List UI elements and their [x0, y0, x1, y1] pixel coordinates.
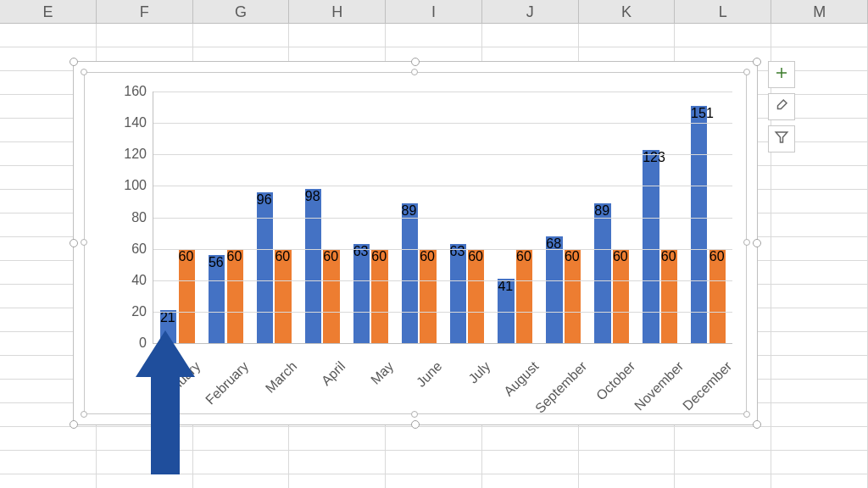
cell[interactable] — [482, 451, 579, 474]
bar[interactable]: 151 — [691, 106, 707, 343]
plot-area[interactable]: 2160January5660February9660March9860Apri… — [153, 92, 732, 344]
bar[interactable]: 60 — [227, 249, 243, 343]
cell[interactable] — [771, 166, 868, 189]
cell[interactable] — [675, 427, 771, 450]
cell[interactable] — [386, 474, 482, 488]
plot-resize-handle[interactable] — [743, 69, 750, 75]
resize-handle[interactable] — [70, 420, 78, 429]
bar[interactable]: 63 — [450, 244, 466, 343]
cell[interactable] — [579, 474, 676, 488]
y-axis-tick-label: 40 — [104, 273, 147, 288]
chart-elements-button[interactable] — [768, 61, 795, 88]
bar[interactable]: 60 — [468, 249, 484, 343]
cell[interactable] — [771, 403, 868, 426]
cell[interactable] — [771, 190, 868, 213]
cell[interactable] — [771, 237, 868, 260]
bar[interactable]: 89 — [402, 203, 418, 343]
cell[interactable] — [0, 24, 97, 47]
resize-handle[interactable] — [753, 239, 761, 247]
bar[interactable]: 60 — [709, 249, 726, 343]
column-header[interactable]: M — [771, 0, 868, 23]
cell[interactable] — [771, 285, 868, 308]
cell[interactable] — [386, 24, 482, 47]
cell[interactable] — [771, 24, 868, 47]
cell[interactable] — [193, 427, 290, 450]
cell[interactable] — [482, 474, 579, 488]
cell[interactable] — [675, 474, 771, 488]
cell[interactable] — [771, 308, 868, 331]
resize-handle[interactable] — [70, 239, 78, 247]
cell[interactable] — [771, 261, 868, 284]
chart-filters-button[interactable] — [768, 125, 795, 152]
plot-resize-handle[interactable] — [81, 411, 87, 418]
bar[interactable]: 123 — [643, 150, 659, 343]
bar[interactable]: 98 — [305, 189, 321, 343]
plot-resize-handle[interactable] — [411, 69, 418, 75]
cell[interactable] — [0, 474, 97, 488]
resize-handle[interactable] — [753, 58, 761, 66]
cell[interactable] — [289, 451, 386, 474]
bar[interactable]: 60 — [371, 249, 387, 343]
bar[interactable]: 60 — [420, 249, 436, 343]
cell[interactable] — [482, 24, 579, 47]
column-header[interactable]: K — [579, 0, 676, 23]
plot-resize-handle[interactable] — [81, 239, 87, 246]
cell[interactable] — [771, 451, 868, 474]
resize-handle[interactable] — [753, 420, 761, 429]
cell[interactable] — [579, 427, 676, 450]
bar[interactable]: 60 — [613, 249, 629, 343]
plot-resize-handle[interactable] — [81, 69, 87, 75]
bar[interactable]: 68 — [546, 236, 562, 343]
plot-resize-handle[interactable] — [743, 411, 750, 418]
cell[interactable] — [289, 24, 386, 47]
bar[interactable]: 63 — [353, 244, 370, 343]
bar[interactable]: 60 — [323, 249, 339, 343]
cell[interactable] — [289, 474, 386, 488]
cell[interactable] — [771, 332, 868, 355]
cell[interactable] — [97, 474, 193, 488]
bar[interactable]: 60 — [661, 249, 677, 343]
cell[interactable] — [0, 427, 97, 450]
cell[interactable] — [289, 427, 386, 450]
column-header[interactable]: J — [482, 0, 579, 23]
cell[interactable] — [771, 474, 868, 488]
column-header[interactable]: I — [386, 0, 482, 23]
cell[interactable] — [579, 451, 676, 474]
cell[interactable] — [771, 380, 868, 402]
column-header[interactable]: L — [675, 0, 771, 23]
cell[interactable] — [482, 427, 579, 450]
column-header[interactable]: E — [0, 0, 97, 23]
bar[interactable]: 89 — [594, 203, 610, 343]
cell[interactable] — [386, 427, 482, 450]
bar[interactable]: 56 — [209, 255, 225, 343]
resize-handle[interactable] — [411, 420, 420, 429]
bar[interactable]: 60 — [179, 249, 195, 343]
bar[interactable]: 60 — [516, 249, 532, 343]
chart-styles-button[interactable] — [768, 93, 795, 120]
y-axis-tick-label: 20 — [104, 304, 147, 319]
cell[interactable] — [0, 451, 97, 474]
resize-handle[interactable] — [411, 58, 420, 66]
cell[interactable] — [771, 214, 868, 236]
cell[interactable] — [771, 356, 868, 379]
cell[interactable] — [771, 427, 868, 450]
resize-handle[interactable] — [70, 58, 78, 66]
cell[interactable] — [97, 24, 193, 47]
cell[interactable] — [193, 24, 290, 47]
x-axis-tick-label: July — [450, 343, 493, 386]
column-header[interactable]: G — [193, 0, 290, 23]
cell[interactable] — [579, 24, 676, 47]
sheet-row — [0, 451, 868, 474]
cell[interactable] — [675, 24, 771, 47]
column-header[interactable]: H — [289, 0, 386, 23]
bar[interactable]: 60 — [565, 249, 581, 343]
bar[interactable]: 96 — [257, 192, 273, 343]
cell[interactable] — [193, 474, 290, 488]
column-header[interactable]: F — [97, 0, 193, 23]
plot-resize-handle[interactable] — [743, 239, 750, 246]
plot-resize-handle[interactable] — [411, 411, 418, 418]
bar[interactable]: 60 — [275, 249, 291, 343]
cell[interactable] — [675, 451, 771, 474]
cell[interactable] — [386, 451, 482, 474]
cell[interactable] — [193, 451, 290, 474]
